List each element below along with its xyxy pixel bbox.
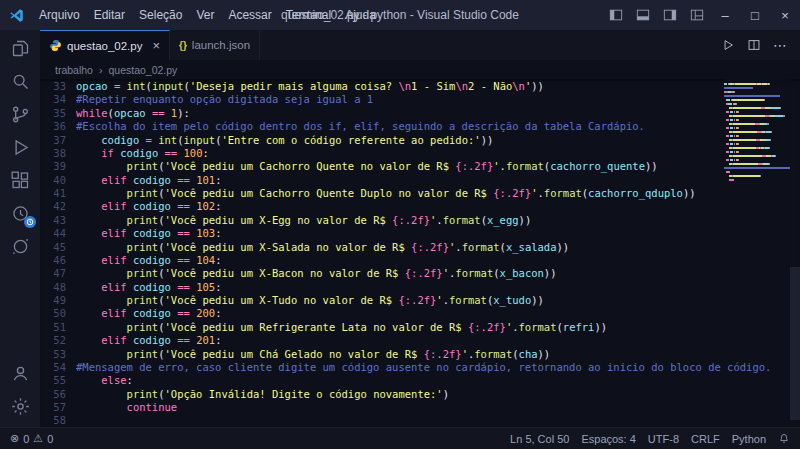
code-line: opcao = int(input('Deseja pedir mais alg… [76, 80, 800, 93]
code-token: cachorro_qduplo [588, 187, 683, 199]
menu-editar[interactable]: Editar [87, 5, 132, 25]
code-token: 201 [196, 334, 215, 346]
tab-launch-json[interactable]: {} launch.json [170, 30, 260, 60]
code-token: format [449, 294, 487, 306]
remote-explorer-icon[interactable] [0, 197, 40, 230]
maximize-button[interactable]: □ [740, 0, 770, 30]
code-token: == [177, 307, 190, 319]
menu-acessar[interactable]: Acessar [221, 5, 278, 25]
code-editor[interactable]: 3334353637383940414243444546474849505152… [40, 79, 800, 427]
close-button[interactable]: × [770, 0, 800, 30]
code-token: : [215, 200, 221, 212]
code-token [76, 160, 127, 172]
menu-ver[interactable]: Ver [189, 5, 221, 25]
code-token [76, 187, 127, 199]
code-token: print [127, 160, 159, 172]
toggle-secondary-sidebar-icon[interactable] [656, 0, 683, 30]
code-token: 'Você pediu um Cachorro Quente no valor … [165, 160, 456, 172]
source-control-icon[interactable] [0, 98, 40, 131]
encoding-indicator[interactable]: UTF-8 [648, 433, 679, 445]
code-token: \n [398, 80, 411, 92]
code-token: print [127, 321, 159, 333]
more-actions-icon[interactable]: ⋯ [773, 37, 788, 53]
eol-indicator[interactable]: CRLF [691, 433, 720, 445]
code-token: )) [538, 348, 551, 360]
run-python-file-icon[interactable] [721, 38, 735, 52]
minimap-token [735, 83, 755, 85]
code-token: )) [519, 214, 532, 226]
code-token: elif [101, 200, 126, 212]
code-line: elif codigo == 102: [76, 200, 800, 213]
tab-label: questao_02.py [67, 40, 142, 52]
minimap-token [724, 167, 790, 169]
line-number: 49 [40, 294, 76, 307]
minimap-token [738, 143, 739, 145]
code-line: continue [76, 401, 800, 414]
code-token: 2 - Não [468, 80, 512, 92]
explorer-icon[interactable] [0, 32, 40, 65]
code-token: 102 [196, 200, 215, 212]
breadcrumb-file[interactable]: questao_02.py [108, 64, 177, 76]
search-icon[interactable] [0, 65, 40, 98]
main-area: questao_02.py × {} launch.json ⋯ [0, 30, 800, 427]
line-number: 33 [40, 80, 76, 93]
title-bar: Arquivo Editar Seleção Ver Acessar Termi… [0, 0, 800, 30]
code-token: #Escolha do item pelo código dentro dos … [76, 120, 645, 132]
tab-close-icon[interactable]: × [152, 39, 160, 52]
extensions-icon[interactable] [0, 164, 40, 197]
problems-indicator[interactable]: ⊗ 0 ⚠ 0 [10, 432, 53, 445]
code-token: )) [531, 294, 544, 306]
code-line: codigo = int(input('Entre com o código r… [76, 134, 800, 147]
code-line: print('Você pediu um Refrigerante Lata n… [76, 321, 800, 334]
code-token: == [152, 107, 165, 119]
line-number: 44 [40, 227, 76, 240]
scrollbar-thumb[interactable] [790, 267, 800, 420]
code-line: elif codigo == 101: [76, 174, 800, 187]
code-token: opcao [114, 107, 146, 119]
code-token [76, 281, 101, 293]
code-token: == [177, 227, 190, 239]
code-token [76, 401, 127, 413]
minimize-button[interactable]: – [710, 0, 740, 30]
settings-gear-icon[interactable] [0, 390, 40, 423]
toggle-panel-icon[interactable] [629, 0, 656, 30]
code-token: cha [519, 348, 538, 360]
code-token: {:.2f} [392, 214, 430, 226]
line-numbers: 3334353637383940414243444546474849505152… [40, 79, 76, 427]
code-token: {:.2f} [493, 187, 531, 199]
tab-questao-02-py[interactable]: questao_02.py × [40, 30, 170, 60]
language-indicator[interactable]: Python [732, 433, 766, 445]
run-and-debug-icon[interactable] [0, 131, 40, 164]
minimap-token [733, 107, 762, 109]
code-token: x_tudo [493, 294, 531, 306]
code-token: x_egg [487, 214, 519, 226]
accounts-icon[interactable] [0, 357, 40, 390]
toggle-sidebar-icon[interactable] [602, 0, 629, 30]
minimap[interactable] [724, 79, 790, 186]
vertical-scrollbar[interactable] [790, 79, 800, 427]
indentation-indicator[interactable]: Espaços: 4 [581, 433, 635, 445]
window-title: questao_02.py - python - Visual Studio C… [281, 8, 519, 22]
menu-selecao[interactable]: Seleção [132, 5, 189, 25]
split-editor-icon[interactable] [747, 38, 761, 52]
line-number: 37 [40, 134, 76, 147]
menu-arquivo[interactable]: Arquivo [32, 5, 87, 25]
jupyter-icon[interactable] [0, 230, 40, 263]
breadcrumb-folder[interactable]: trabalho [55, 64, 93, 76]
cursor-position[interactable]: Ln 5, Col 50 [510, 433, 569, 445]
code-token: == [177, 254, 190, 266]
line-number: 55 [40, 374, 76, 387]
code-token: format [462, 241, 500, 253]
customize-layout-icon[interactable] [683, 0, 710, 30]
code-token: )) [683, 187, 696, 199]
error-count: 0 [23, 433, 29, 445]
code-token: : [215, 307, 221, 319]
minimap-token [733, 123, 755, 125]
minimap-token [724, 87, 753, 89]
notifications-bell-icon[interactable] [778, 433, 790, 445]
code-token: if [101, 147, 114, 159]
line-number: 39 [40, 160, 76, 173]
line-number: 40 [40, 174, 76, 187]
code-token: codigo [133, 174, 171, 186]
code-line: print('Você pediu um X-Bacon no valor de… [76, 267, 800, 280]
